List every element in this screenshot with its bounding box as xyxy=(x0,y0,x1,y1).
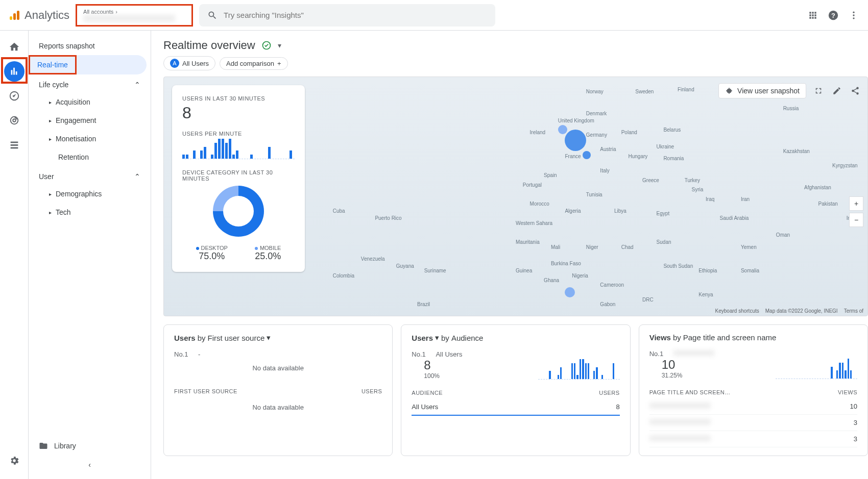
country-label: Morocco xyxy=(530,201,549,207)
sidebar-collapse[interactable]: ‹ xyxy=(29,457,151,473)
country-label: Sudan xyxy=(657,239,671,245)
card-title[interactable]: Users by First user source ▾ xyxy=(174,333,382,342)
country-label: Poland xyxy=(621,130,637,135)
segment-badge: A xyxy=(170,59,179,68)
sidebar-library[interactable]: Library xyxy=(29,435,151,457)
device-category-label: DEVICE CATEGORY IN LAST 30 MINUTES xyxy=(182,169,295,182)
users-30-label: USERS IN LAST 30 MINUTES xyxy=(182,95,295,102)
map-bubble xyxy=(565,130,586,151)
country-label: Belarus xyxy=(663,127,681,133)
views-rank-value: 10 xyxy=(649,358,714,372)
rail-home[interactable] xyxy=(4,37,25,57)
add-comparison-pill[interactable]: Add comparison + xyxy=(220,57,288,70)
chevron-down-icon: ▾ xyxy=(267,333,271,342)
view-user-snapshot-button[interactable]: View user snapshot xyxy=(718,83,806,98)
country-label: Ukraine xyxy=(657,144,674,149)
chevron-down-icon: ▾ xyxy=(435,333,439,342)
country-label: Spain xyxy=(544,172,557,178)
device-donut xyxy=(213,186,264,237)
caret-icon: ▸ xyxy=(49,99,52,105)
legend-dot xyxy=(255,247,258,250)
sidebar-demographics[interactable]: ▸Demographics xyxy=(29,185,147,203)
sidebar-acquisition[interactable]: ▸Acquisition xyxy=(29,93,147,111)
product-logo[interactable]: Analytics xyxy=(8,9,69,22)
svg-point-5 xyxy=(853,11,854,13)
zoom-in-button[interactable]: + xyxy=(849,196,863,211)
users-30-value: 8 xyxy=(182,104,295,122)
rail-reports[interactable] xyxy=(4,61,25,82)
reports-sidebar: Reports snapshot Real-time Life cycle ⌃ … xyxy=(29,31,151,479)
country-label: Venezuela xyxy=(361,256,385,262)
country-label: Iraq xyxy=(706,196,714,202)
check-circle-icon[interactable] xyxy=(261,40,272,51)
app-header: Analytics All accounts › ? xyxy=(0,0,868,31)
no-data-message: No data available xyxy=(174,397,382,417)
cards-row: Users by First user source ▾ No.1 - No d… xyxy=(151,324,868,464)
map-bubble xyxy=(558,125,567,134)
no-data-message: No data available xyxy=(174,358,382,378)
chevron-down-icon[interactable]: ▾ xyxy=(278,41,281,49)
table-row[interactable]: 3 xyxy=(649,431,857,447)
folder-icon xyxy=(39,441,48,450)
country-label: Colombia xyxy=(333,273,354,279)
analytics-logo-icon xyxy=(8,9,20,21)
more-icon[interactable] xyxy=(848,9,860,21)
sidebar-section-lifecycle[interactable]: Life cycle ⌃ xyxy=(29,74,151,93)
table-row[interactable]: All Users8 xyxy=(412,399,619,416)
caret-icon: ▸ xyxy=(49,191,52,197)
fullscreen-icon[interactable] xyxy=(812,85,825,97)
views-spark xyxy=(776,359,857,379)
rail-admin[interactable] xyxy=(4,450,25,471)
account-selector[interactable]: All accounts › xyxy=(76,4,193,27)
apps-icon[interactable] xyxy=(807,9,819,21)
mobile-pct: 25.0% xyxy=(255,251,281,262)
sidebar-realtime[interactable]: Real-time xyxy=(29,55,147,74)
map-bubble xyxy=(565,287,575,297)
svg-text:?: ? xyxy=(831,11,835,19)
realtime-summary-card: USERS IN LAST 30 MINUTES 8 USERS PER MIN… xyxy=(172,85,305,272)
sidebar-section-user[interactable]: User ⌃ xyxy=(29,166,151,185)
share-icon[interactable] xyxy=(849,85,861,97)
search-bar[interactable] xyxy=(199,4,495,27)
rail-configure[interactable] xyxy=(4,135,25,155)
country-label: Iran xyxy=(741,196,750,202)
country-label: Chad xyxy=(621,244,634,250)
caret-icon: ▸ xyxy=(49,210,52,215)
country-label: United Kingdom xyxy=(558,118,594,123)
keyboard-shortcuts-link[interactable]: Keyboard shortcuts xyxy=(715,308,759,314)
svg-rect-13 xyxy=(10,147,18,149)
search-input[interactable] xyxy=(224,11,487,19)
country-label: Guyana xyxy=(396,263,414,269)
svg-rect-1 xyxy=(13,13,16,20)
zoom-out-button[interactable]: − xyxy=(849,213,863,227)
page-title-redacted xyxy=(649,402,711,409)
table-row[interactable]: 3 xyxy=(649,415,857,431)
sidebar-retention[interactable]: Retention xyxy=(29,148,147,166)
nav-icon-rail xyxy=(0,31,29,479)
country-label: Yemen xyxy=(741,244,757,250)
users-per-minute-spark xyxy=(182,139,295,159)
svg-point-7 xyxy=(853,17,854,19)
sidebar-engagement[interactable]: ▸Engagement xyxy=(29,111,147,130)
content-area: Realtime overview ▾ A All Users Add comp… xyxy=(151,31,868,479)
sidebar-monetisation[interactable]: ▸Monetisation xyxy=(29,130,147,148)
country-label: Niger xyxy=(586,244,598,250)
sidebar-reports-snapshot[interactable]: Reports snapshot xyxy=(29,37,147,55)
page-header: Realtime overview ▾ xyxy=(151,31,868,56)
country-label: Russia xyxy=(783,106,799,111)
map-toolbar: View user snapshot xyxy=(718,83,861,98)
svg-point-10 xyxy=(13,119,16,122)
card-title[interactable]: Views by Page title and screen name xyxy=(649,333,857,342)
sidebar-tech[interactable]: ▸Tech xyxy=(29,203,147,221)
card-title[interactable]: Users▾ by Audience xyxy=(412,333,619,342)
all-users-pill[interactable]: A All Users xyxy=(163,56,215,70)
rail-explore[interactable] xyxy=(4,86,25,106)
header-actions: ? xyxy=(807,9,860,21)
table-row[interactable]: 10 xyxy=(649,398,857,415)
edit-icon[interactable] xyxy=(831,85,843,97)
rail-advertising[interactable] xyxy=(4,110,25,131)
country-label: Tunisia xyxy=(586,192,602,197)
realtime-map[interactable]: Canada Norway Sweden Finland United King… xyxy=(163,77,868,316)
help-icon[interactable]: ? xyxy=(827,9,839,21)
terms-link[interactable]: Terms of xyxy=(844,308,863,314)
